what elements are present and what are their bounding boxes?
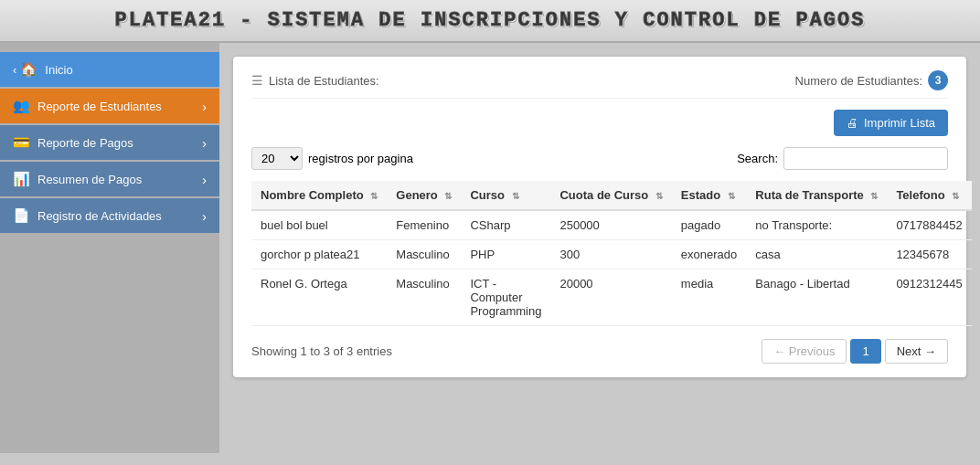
next-button[interactable]: Next →: [885, 339, 948, 364]
cell-estado: exonerado: [672, 240, 746, 269]
print-button-label: Imprimir Lista: [864, 116, 935, 130]
chevron-right-icon: ›: [202, 135, 207, 151]
cell-ruta: Banago - Libertad: [746, 269, 887, 326]
card-header-title: Lista de Estudiantes:: [269, 74, 379, 88]
cell-genero: Femenino: [387, 210, 461, 240]
col-estado[interactable]: Estado ⇅: [672, 181, 746, 210]
chevron-right-icon: ›: [202, 208, 207, 224]
sort-icon: ⇅: [512, 191, 519, 201]
card-header-right: Numero de Estudiantes: 3: [795, 70, 948, 90]
sort-icon: ⇅: [870, 191, 878, 201]
table-row: gorchor p platea21MasculinoPHP300exonera…: [251, 240, 972, 269]
sort-icon: ⇅: [444, 191, 452, 201]
table-row: buel bol buelFemeninoCSharp250000pagadon…: [251, 210, 972, 240]
print-button[interactable]: 🖨 Imprimir Lista: [834, 110, 948, 136]
controls-row: 102050100 registros por pagina Search:: [251, 147, 948, 170]
prev-button[interactable]: ← Previous: [762, 339, 847, 364]
table-body: buel bol buelFemeninoCSharp250000pagadon…: [251, 210, 972, 326]
content-area: ☰ Lista de Estudiantes: Numero de Estudi…: [219, 43, 980, 453]
cell-nombre: buel bol buel: [251, 210, 387, 240]
pagination-row: Showing 1 to 3 of 3 entries ← Previous 1…: [251, 339, 948, 364]
cell-curso: CSharp: [461, 210, 550, 240]
cell-curso: ICT - Computer Programming: [461, 269, 550, 326]
col-curso[interactable]: Curso ⇅: [461, 181, 550, 210]
sort-icon: ⇅: [728, 191, 735, 201]
sidebar-item-label-reporte-pagos: Reporte de Pagos: [37, 136, 133, 150]
registro-actividades-icon: 📄: [13, 207, 30, 224]
search-input[interactable]: [783, 147, 948, 170]
cell-telefono: 12345678: [887, 240, 971, 269]
chevron-right-icon: ›: [202, 99, 207, 114]
table-row: Ronel G. OrtegaMasculinoICT - Computer P…: [251, 269, 972, 326]
student-count-label: Numero de Estudiantes:: [795, 74, 922, 88]
reporte-pagos-icon: 💳: [13, 134, 30, 151]
sidebar-item-inicio[interactable]: ‹🏠Inicio: [0, 52, 219, 87]
sort-icon: ⇅: [655, 191, 663, 201]
pagination-buttons: ← Previous 1 Next →: [762, 339, 948, 364]
students-card: ☰ Lista de Estudiantes: Numero de Estudi…: [233, 57, 966, 377]
cell-genero: Masculino: [387, 269, 461, 326]
col-ruta[interactable]: Ruta de Transporte ⇅: [746, 181, 887, 210]
cell-cuota: 20000: [550, 269, 671, 326]
card-header: ☰ Lista de Estudiantes: Numero de Estudi…: [251, 70, 948, 99]
sidebar-item-label-resumen-pagos: Resumen de Pagos: [37, 173, 142, 186]
card-header-left: ☰ Lista de Estudiantes:: [251, 73, 379, 88]
inicio-icon: 🏠: [20, 61, 37, 78]
pagination-info: Showing 1 to 3 of 3 entries: [251, 344, 392, 358]
main-layout: ‹🏠Inicio👥Reporte de Estudiantes›💳Reporte…: [0, 43, 980, 453]
cell-estado: pagado: [672, 210, 746, 240]
sidebar-item-resumen-pagos[interactable]: 📊Resumen de Pagos›: [0, 162, 219, 196]
sort-icon: ⇅: [952, 191, 959, 201]
cell-genero: Masculino: [387, 240, 461, 269]
sort-icon: ⇅: [370, 191, 378, 201]
cell-cuota: 250000: [550, 210, 671, 240]
controls-left: 102050100 registros por pagina: [251, 147, 413, 170]
sidebar-item-registro-actividades[interactable]: 📄Registro de Actividades›: [0, 198, 219, 233]
chevron-left-icon: ‹: [13, 63, 16, 77]
cell-estado: media: [672, 269, 746, 326]
sidebar-item-label-inicio: Inicio: [45, 63, 72, 77]
hamburger-icon: ☰: [251, 73, 263, 88]
table-header-row: Nombre Completo ⇅Genero ⇅Curso ⇅Cuota de…: [251, 181, 972, 210]
page-header: PLATEA21 - SISTEMA DE INSCRIPCIONES Y CO…: [0, 0, 980, 43]
page-1-button[interactable]: 1: [850, 339, 880, 364]
sidebar-item-label-registro-actividades: Registro de Actividades: [37, 209, 162, 223]
records-per-page-select[interactable]: 102050100: [251, 147, 303, 170]
controls-right: Search:: [737, 147, 948, 170]
student-count-badge: 3: [928, 70, 948, 90]
search-label: Search:: [737, 152, 778, 165]
students-table: Nombre Completo ⇅Genero ⇅Curso ⇅Cuota de…: [251, 181, 972, 326]
cell-ruta: casa: [746, 240, 887, 269]
resumen-pagos-icon: 📊: [13, 171, 30, 187]
cell-telefono: 0912312445: [887, 269, 971, 326]
cell-ruta: no Transporte:: [746, 210, 887, 240]
cell-nombre: gorchor p platea21: [251, 240, 387, 269]
print-btn-row: 🖨 Imprimir Lista: [251, 110, 948, 136]
table-head: Nombre Completo ⇅Genero ⇅Curso ⇅Cuota de…: [251, 181, 972, 210]
chevron-right-icon: ›: [202, 172, 207, 187]
cell-curso: PHP: [461, 240, 550, 269]
col-telefono[interactable]: Telefono ⇅: [887, 181, 971, 210]
cell-telefono: 0717884452: [887, 210, 971, 240]
col-cuota[interactable]: Cuota de Curso ⇅: [550, 181, 671, 210]
sidebar: ‹🏠Inicio👥Reporte de Estudiantes›💳Reporte…: [0, 43, 219, 453]
print-icon: 🖨: [847, 116, 858, 130]
col-genero[interactable]: Genero ⇅: [387, 181, 461, 210]
col-nombre[interactable]: Nombre Completo ⇅: [251, 181, 387, 210]
cell-cuota: 300: [550, 240, 671, 269]
sidebar-item-reporte-pagos[interactable]: 💳Reporte de Pagos›: [0, 125, 219, 160]
records-label: registros por pagina: [308, 152, 413, 165]
sidebar-item-reporte-estudiantes[interactable]: 👥Reporte de Estudiantes›: [0, 89, 219, 123]
cell-nombre: Ronel G. Ortega: [251, 269, 387, 326]
sidebar-item-label-reporte-estudiantes: Reporte de Estudiantes: [37, 100, 162, 113]
page-title: PLATEA21 - SISTEMA DE INSCRIPCIONES Y CO…: [115, 9, 866, 32]
reporte-estudiantes-icon: 👥: [13, 98, 30, 114]
